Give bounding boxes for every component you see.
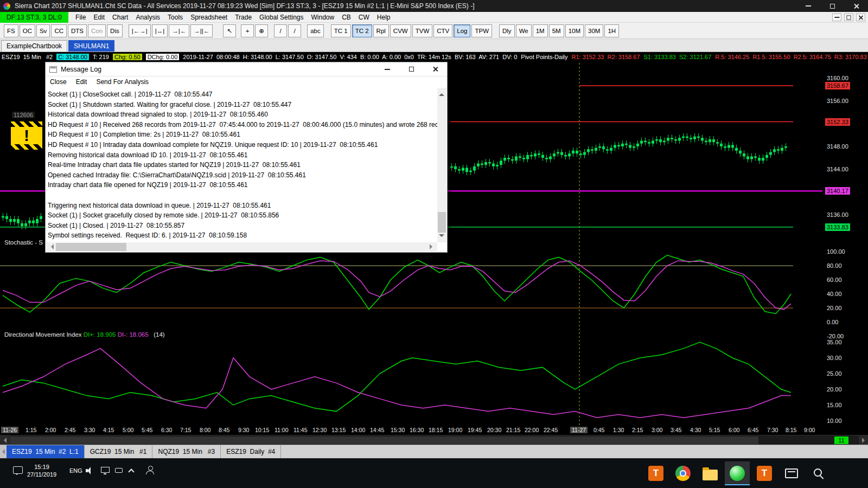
menu-chart[interactable]: Chart — [108, 12, 132, 23]
mdi-close-button[interactable] — [856, 13, 865, 21]
task-view-icon-glyph — [785, 468, 798, 478]
time-label: 4:15 — [103, 427, 114, 433]
menu-help[interactable]: Help — [373, 12, 394, 23]
toolbar-sv[interactable]: Sv — [36, 24, 50, 37]
minimize-button[interactable] — [796, 0, 820, 12]
scale-fit-icon[interactable]: |↔| — [152, 24, 168, 37]
menu-tools[interactable]: Tools — [164, 12, 187, 23]
message-log-menu-edit[interactable]: Edit — [76, 78, 87, 86]
toolbar-1m[interactable]: 1M — [533, 24, 548, 37]
speaker-icon[interactable] — [86, 467, 94, 474]
time-label: 16:30 — [410, 427, 424, 433]
toolbar-5m[interactable]: 5M — [549, 24, 564, 37]
pointer-tool-icon[interactable]: ↖ — [223, 24, 236, 37]
menu-window[interactable]: Window — [307, 12, 338, 23]
toolbar-we[interactable]: We — [516, 24, 532, 37]
trendline-tool-icon[interactable]: / — [274, 24, 287, 37]
compress-fine-icon[interactable]: →||← — [190, 24, 213, 37]
hscrollbar-thumb[interactable] — [56, 243, 126, 251]
crosshair-dot-tool-icon[interactable]: ⊕ — [255, 24, 268, 37]
scroll-right-button[interactable] — [859, 435, 868, 445]
time-label: 14:00 — [351, 427, 365, 433]
chartbook-tab-shulman1[interactable]: SHULMAN1 — [68, 40, 114, 52]
scrollbar-thumb[interactable] — [10, 436, 758, 444]
toolbar-tc-1[interactable]: TC 1 — [331, 24, 351, 37]
display-icon[interactable] — [101, 467, 110, 473]
toolbar-10m[interactable]: 10M — [565, 24, 584, 37]
chart-tab-nqz19-15-min-3[interactable]: NQZ19 15 Min #3 — [152, 445, 221, 458]
message-log-maximize-button[interactable] — [399, 62, 423, 76]
menu-spreadsheet[interactable]: Spreadsheet — [187, 12, 231, 23]
time-label: 5:00 — [123, 427, 133, 433]
vscrollbar-thumb[interactable] — [438, 212, 446, 233]
chart-tab-esz19-daily-4[interactable]: ESZ19 Daily #4 — [221, 445, 281, 458]
toolbar-tc-2[interactable]: TC 2 — [352, 24, 372, 37]
toolbar-cc[interactable]: CC — [51, 24, 67, 37]
toolbar-log[interactable]: Log — [454, 24, 470, 37]
menu-trade[interactable]: Trade — [231, 12, 256, 23]
tray-chevron-up-icon[interactable] — [128, 468, 134, 474]
time-label: 11-26 — [1, 427, 18, 433]
status-segment: C: 3148.00 — [56, 54, 89, 60]
toolbar-dts[interactable]: DTS — [68, 24, 87, 37]
trading-app-icon[interactable]: T — [643, 461, 668, 485]
scroll-left-button[interactable] — [0, 435, 9, 445]
alert-warning-icon[interactable]: ! — [11, 121, 42, 150]
taskbar-clock[interactable]: 15:19 27/11/2019 — [22, 463, 62, 478]
file-explorer-icon[interactable] — [698, 461, 723, 485]
toolbar-cvw[interactable]: CVW — [390, 24, 411, 37]
toolbar-1h[interactable]: 1H — [604, 24, 619, 37]
toolbar-30m[interactable]: 30M — [585, 24, 603, 37]
scale-expand-icon[interactable]: |←→| — [129, 24, 151, 37]
log-line: Intraday chart data file opened for NQZ1… — [48, 180, 437, 190]
sierra-chart-icon[interactable] — [725, 461, 750, 485]
device-tray-icon[interactable] — [115, 468, 123, 473]
chartbook-tab-examplechartbook[interactable]: ExampleChartbook — [1, 40, 67, 52]
chrome-icon[interactable] — [671, 461, 695, 485]
message-log-vscrollbar[interactable] — [437, 88, 446, 242]
mdi-minimize-button[interactable] — [832, 13, 841, 21]
toolbar-dis[interactable]: Dis — [107, 24, 123, 37]
message-log-minimize-button[interactable] — [375, 62, 399, 76]
menu-edit[interactable]: Edit — [90, 12, 108, 23]
message-log-close-button[interactable] — [423, 62, 447, 76]
close-button[interactable] — [844, 0, 868, 12]
toolbar-oc[interactable]: OC — [20, 24, 35, 37]
toolbar-rpl[interactable]: Rpl — [373, 24, 389, 37]
message-log-menu-close[interactable]: Close — [50, 78, 67, 86]
menu-cb[interactable]: CB — [338, 12, 355, 23]
mdi-restore-button[interactable] — [844, 13, 853, 21]
toolbar-dly[interactable]: Dly — [499, 24, 515, 37]
message-log-lines: Socket (1) | CloseSocket call. | 2019-11… — [46, 88, 437, 242]
trading-app-2-icon[interactable]: T — [752, 461, 777, 485]
tab-scroll-left-button[interactable] — [0, 445, 7, 458]
task-view-icon[interactable] — [779, 461, 804, 485]
menu-file[interactable]: File — [72, 12, 90, 23]
chart-region[interactable]: ESZ19 15 Min #2C: 3148.00T: 219Chg: 0.50… — [0, 52, 868, 445]
toolbar-tpw[interactable]: TPW — [471, 24, 492, 37]
maximize-button[interactable] — [820, 0, 844, 12]
time-axis[interactable]: 11-261:152:002:453:304:155:005:456:307:1… — [0, 426, 868, 435]
restore-icon — [846, 15, 851, 19]
compress-bars-icon[interactable]: →|← — [169, 24, 189, 37]
toolbar-ctv[interactable]: CTV — [433, 24, 452, 37]
menu-cw[interactable]: CW — [355, 12, 373, 23]
menu-analysis[interactable]: Analysis — [132, 12, 164, 23]
crosshair-tool-icon[interactable]: + — [241, 24, 254, 37]
time-label: 15:30 — [391, 427, 405, 433]
chart-tab-esz19-15-min-2-l-1[interactable]: ESZ19 15 Min #2 L:1 — [7, 445, 85, 458]
chart-horizontal-scrollbar[interactable]: 11 — [0, 435, 868, 445]
ray-tool-icon[interactable]: / — [288, 24, 301, 37]
chart-tab-gcz19-15-min-1[interactable]: GCZ19 15 Min #1 — [85, 445, 153, 458]
toolbar-fs[interactable]: FS — [4, 24, 18, 37]
time-label: 11:45 — [293, 427, 308, 433]
toolbar-tvw[interactable]: TVW — [412, 24, 433, 37]
people-icon[interactable] — [145, 466, 154, 474]
message-log-hscrollbar[interactable] — [46, 242, 437, 252]
message-log-titlebar[interactable]: Message Log — [46, 62, 447, 76]
menu-global-settings[interactable]: Global Settings — [256, 12, 307, 23]
search-icon[interactable] — [806, 461, 831, 485]
language-indicator[interactable]: ENG — [69, 467, 82, 474]
message-log-menu-send-for-analysis[interactable]: Send For Analysis — [96, 78, 149, 86]
toolbar-abc[interactable]: abc — [307, 24, 324, 37]
